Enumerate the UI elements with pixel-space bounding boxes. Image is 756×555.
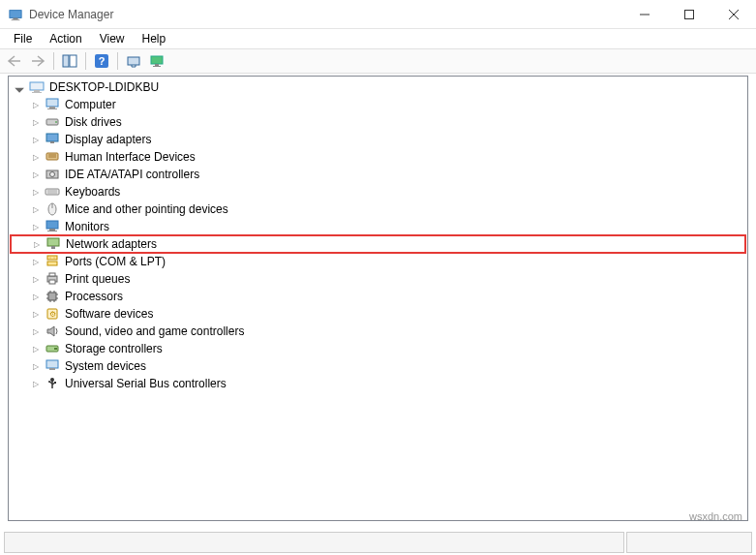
expand-arrow-icon[interactable]: ▷	[28, 254, 44, 269]
expand-arrow-icon[interactable]: ▷	[28, 201, 44, 217]
hid-icon	[44, 149, 61, 165]
window-controls	[622, 0, 756, 28]
back-button[interactable]	[4, 50, 25, 72]
tree-item-ide[interactable]: ▷IDE ATA/ATAPI controllers	[11, 166, 745, 183]
expand-arrow-icon[interactable]: ▷	[28, 341, 44, 356]
titlebar: Device Manager	[0, 0, 756, 29]
tree-root-label: DESKTOP-LDIDKBU	[47, 80, 161, 94]
tree-item-disk[interactable]: ▷Disk drives	[11, 113, 745, 131]
toolbar-separator	[85, 52, 86, 70]
tree-item-software[interactable]: ▷Software devices	[11, 305, 745, 323]
show-hide-console-button[interactable]	[59, 50, 80, 72]
tree-item-label: Sound, video and game controllers	[63, 324, 246, 338]
tree-item-label: Human Interface Devices	[63, 150, 197, 164]
svg-rect-13	[155, 64, 159, 66]
menu-file[interactable]: File	[6, 30, 40, 47]
tree-item-display[interactable]: ▷Display adapters	[11, 131, 745, 148]
display-icon	[44, 132, 61, 147]
status-main	[4, 532, 624, 553]
tree-item-label: Storage controllers	[63, 342, 165, 355]
svg-rect-11	[128, 57, 139, 65]
tree-root[interactable]: ◢ DESKTOP-LDIDKBU	[11, 78, 745, 96]
tree-item-label: Mice and other pointing devices	[63, 202, 230, 216]
expand-arrow-icon[interactable]: ▷	[28, 149, 44, 165]
expand-arrow-icon[interactable]: ▷	[28, 289, 44, 304]
tree-item-network[interactable]: ▷Network adapters	[10, 234, 746, 254]
minimize-button[interactable]	[622, 0, 667, 28]
tree-item-monitor[interactable]: ▷Monitors	[11, 218, 745, 235]
toolbar: ?	[0, 48, 756, 74]
expand-arrow-icon[interactable]: ▷	[28, 97, 44, 112]
svg-rect-15	[30, 82, 44, 90]
svg-rect-12	[151, 56, 163, 64]
expand-arrow-icon[interactable]: ▷	[28, 324, 44, 339]
scan-hardware-button[interactable]	[123, 50, 144, 72]
forward-button[interactable]	[27, 50, 48, 72]
tree-item-ports[interactable]: ▷Ports (COM & LPT)	[11, 253, 745, 270]
menu-view[interactable]: View	[92, 30, 133, 47]
expand-arrow-icon[interactable]: ▷	[28, 358, 44, 374]
tree-item-label: Network adapters	[64, 237, 159, 251]
tree-item-hid[interactable]: ▷Human Interface Devices	[11, 148, 745, 166]
svg-rect-0	[10, 10, 21, 17]
window-title: Device Manager	[29, 8, 622, 21]
expand-arrow-icon[interactable]: ▷	[28, 132, 44, 147]
monitor-icon	[44, 219, 61, 234]
close-button[interactable]	[711, 0, 756, 28]
svg-rect-7	[63, 55, 69, 67]
mouse-icon	[44, 201, 61, 217]
tree-item-label: Universal Serial Bus controllers	[63, 377, 228, 390]
help-button[interactable]: ?	[91, 50, 112, 72]
toolbar-separator	[53, 52, 54, 70]
usb-icon	[44, 376, 61, 391]
status-grip	[626, 532, 752, 553]
tree-item-label: Monitors	[63, 220, 111, 233]
tree-item-label: Computer	[63, 98, 118, 111]
expand-arrow-icon[interactable]: ▷	[28, 376, 44, 391]
tree-item-storage[interactable]: ▷Storage controllers	[11, 340, 745, 357]
tree-item-label: Keyboards	[63, 185, 122, 199]
tree-item-keyboard[interactable]: ▷Keyboards	[11, 183, 745, 200]
tree-item-cpu[interactable]: ▷Processors	[11, 288, 745, 305]
menu-help[interactable]: Help	[135, 30, 174, 47]
expand-arrow-icon[interactable]: ▷	[28, 219, 44, 234]
ide-icon	[44, 167, 61, 182]
maximize-button[interactable]	[667, 0, 711, 28]
svg-rect-16	[34, 90, 40, 92]
tree-item-label: Ports (COM & LPT)	[63, 255, 167, 268]
monitor-button[interactable]	[146, 50, 167, 72]
svg-rect-14	[153, 66, 161, 67]
tree-item-label: Print queues	[63, 272, 132, 286]
expand-arrow-icon[interactable]: ▷	[29, 236, 45, 252]
svg-rect-8	[70, 55, 76, 67]
expand-arrow-icon[interactable]: ▷	[28, 114, 44, 130]
device-tree[interactable]: ◢ DESKTOP-LDIDKBU ▷Computer▷Disk drives▷…	[8, 76, 748, 521]
tree-item-sound[interactable]: ▷Sound, video and game controllers	[11, 323, 745, 340]
tree-item-label: IDE ATA/ATAPI controllers	[63, 168, 201, 181]
cpu-icon	[44, 289, 61, 304]
tree-item-label: System devices	[63, 359, 148, 373]
software-icon	[44, 306, 61, 322]
keyboard-icon	[44, 184, 61, 200]
tree-item-label: Processors	[63, 290, 125, 303]
menu-action[interactable]: Action	[42, 30, 89, 47]
svg-rect-1	[13, 17, 17, 19]
tree-item-computer[interactable]: ▷Computer	[11, 96, 745, 113]
computer-icon	[44, 97, 61, 112]
expand-arrow-icon[interactable]: ▷	[28, 184, 44, 200]
expand-arrow-icon[interactable]: ▷	[28, 306, 44, 322]
system-icon	[44, 358, 61, 374]
watermark: wsxdn.com	[689, 510, 742, 522]
tree-item-label: Display adapters	[63, 133, 153, 146]
tree-item-usb[interactable]: ▷Universal Serial Bus controllers	[11, 375, 745, 392]
ports-icon	[44, 254, 61, 269]
tree-item-label: Software devices	[63, 307, 155, 321]
svg-rect-17	[32, 92, 42, 93]
svg-rect-4	[685, 10, 694, 18]
tree-item-mouse[interactable]: ▷Mice and other pointing devices	[11, 200, 745, 218]
sound-icon	[44, 324, 61, 339]
expand-arrow-icon[interactable]: ▷	[28, 167, 44, 182]
expand-arrow-icon[interactable]: ▷	[28, 271, 44, 287]
tree-item-system[interactable]: ▷System devices	[11, 357, 745, 375]
tree-item-printer[interactable]: ▷Print queues	[11, 270, 745, 288]
